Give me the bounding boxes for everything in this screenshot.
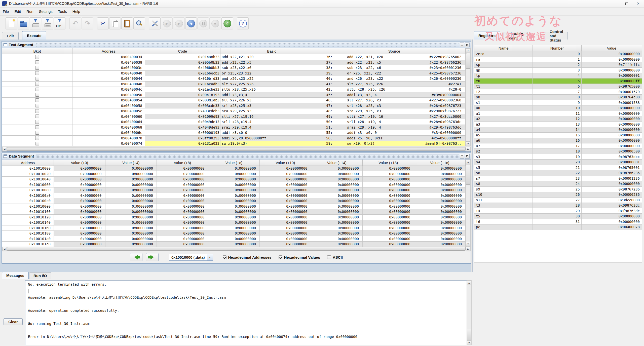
value-cell[interactable]: 0x00000000 <box>208 204 260 209</box>
value-cell[interactable]: 0x00000000 <box>208 171 260 177</box>
checkbox-hexadecimal-values[interactable]: Hexadecimal Values <box>279 255 320 259</box>
value-cell[interactable]: 0x00000000 <box>105 204 157 209</box>
copy-button[interactable] <box>109 17 121 29</box>
source-cell[interactable]: 46:sll x27, x26, x3#x27=0x00002360 <box>323 98 466 103</box>
value-cell[interactable]: 0x00000000 <box>157 166 208 171</box>
value-cell[interactable]: 0x00000000 <box>311 187 363 193</box>
value-cell[interactable]: 0x00000000 <box>363 231 414 236</box>
source-cell[interactable]: 41:slt x27, x25, x26#x27=1 <box>323 82 466 87</box>
minimize-icon[interactable]: — <box>609 0 621 8</box>
value-cell[interactable]: 0x00000000 <box>157 225 208 231</box>
source-cell[interactable]: 47:srl x28, x25, x3#x28=0x09876723 <box>323 103 466 108</box>
value-cell[interactable]: 0x00000000 <box>414 177 466 182</box>
breakpoint-checkbox[interactable] <box>35 120 39 124</box>
value-cell[interactable]: 0x00000000 <box>311 182 363 187</box>
data-segment-titlebar[interactable]: Data Segment <box>2 153 471 160</box>
menu-run[interactable]: Run <box>24 9 36 14</box>
source-cell[interactable]: 49:slli x27, x19, 16#x27=0x3dcc0000 <box>323 114 466 119</box>
value-cell[interactable]: 0x00000000 <box>105 198 157 204</box>
value-cell[interactable]: 0x00000000 <box>260 231 311 236</box>
value-cell[interactable]: 0x00000000 <box>105 231 157 236</box>
value-cell[interactable]: 0x00000000 <box>105 166 157 171</box>
value-cell[interactable]: 0x00000000 <box>105 187 157 193</box>
register-value-cell[interactable]: 0x00000000 <box>582 111 642 116</box>
value-cell[interactable]: 0x00000000 <box>105 242 157 247</box>
value-cell[interactable]: 0x00000000 <box>414 209 466 214</box>
tab-control-and-status[interactable]: Control and Status <box>545 32 568 40</box>
value-cell[interactable]: 0x00000000 <box>105 215 157 220</box>
tab-execute[interactable]: Execute <box>22 31 46 40</box>
value-cell[interactable]: 0x00000000 <box>311 242 363 247</box>
breakpoint-checkbox[interactable] <box>35 142 39 145</box>
memory-base-select[interactable]: 0x10010000 (.data) ▼ <box>169 254 213 261</box>
next-memory-button[interactable] <box>146 253 159 261</box>
value-cell[interactable]: 0x00000000 <box>54 215 105 220</box>
value-cell[interactable]: 0x00000000 <box>414 225 466 231</box>
register-value-cell[interactable]: 0x00000000 <box>582 116 642 122</box>
register-value-cell[interactable]: 0x00001579 <box>582 89 642 95</box>
value-cell[interactable]: 0x00000000 <box>54 231 105 236</box>
register-value-cell[interactable]: 0x3dcc0000 <box>582 198 642 203</box>
value-cell[interactable]: 0x00000000 <box>311 171 363 177</box>
breakpoint-checkbox[interactable] <box>35 109 39 113</box>
save-as-button[interactable] <box>42 17 53 29</box>
register-value-cell[interactable]: 0x7fffeffc <box>582 62 642 67</box>
source-cell[interactable]: 56:addi x5, x0, 0xFF#x5=0x000000ff <box>323 136 466 141</box>
value-cell[interactable]: 0x00000000 <box>157 182 208 187</box>
text-segment-vscrollbar[interactable]: ▲ ▼ <box>466 48 471 146</box>
breakpoint-checkbox[interactable] <box>35 98 39 102</box>
register-value-cell[interactable]: 0x00000500 <box>582 149 642 154</box>
cut-button[interactable]: ✂ <box>97 17 109 29</box>
value-cell[interactable]: 0x00000000 <box>208 177 260 182</box>
value-cell[interactable]: 0x00000000 <box>208 209 260 214</box>
save-file-button[interactable] <box>30 17 41 29</box>
breakpoint-checkbox[interactable] <box>35 114 39 118</box>
value-cell[interactable]: 0x00000000 <box>208 166 260 171</box>
frame-restore-icon[interactable] <box>460 154 464 159</box>
value-cell[interactable]: 0x00000000 <box>363 182 414 187</box>
breakpoint-checkbox[interactable] <box>35 77 39 81</box>
value-cell[interactable]: 0x00000000 <box>311 225 363 231</box>
value-cell[interactable]: 0x00000000 <box>363 236 414 242</box>
value-cell[interactable]: 0x00000000 <box>414 220 466 225</box>
register-value-cell[interactable]: 0x98765000 <box>582 84 642 89</box>
breakpoint-checkbox[interactable] <box>35 55 39 59</box>
source-cell[interactable]: 45:addi x3, x3, 4#x3=0x00000004 <box>323 92 466 98</box>
value-cell[interactable]: 0x00000000 <box>260 215 311 220</box>
checkbox-icon[interactable] <box>327 255 331 259</box>
run-go-button[interactable]: ▶ <box>161 17 173 29</box>
value-cell[interactable]: 0x00000000 <box>311 193 363 198</box>
messages-vscrollbar[interactable]: ▲ ▼ <box>467 280 472 345</box>
help-button[interactable]: ? <box>237 17 249 29</box>
value-cell[interactable]: 0x00000000 <box>311 209 363 214</box>
register-value-cell[interactable]: 0x00000000 <box>582 105 642 111</box>
close-icon[interactable]: × <box>632 0 644 8</box>
frame-maximize-icon[interactable] <box>465 43 470 47</box>
value-cell[interactable]: 0x00000000 <box>54 182 105 187</box>
redo-button[interactable]: ↷ <box>82 17 93 29</box>
maximize-icon[interactable] <box>621 0 632 8</box>
menu-help[interactable]: Help <box>70 9 83 14</box>
value-cell[interactable]: 0x00000000 <box>414 171 466 177</box>
messages-console[interactable]: Go: execution terminated with errors.Ass… <box>25 280 467 345</box>
value-cell[interactable]: 0x00000000 <box>260 177 311 182</box>
value-cell[interactable]: 0x00000000 <box>54 193 105 198</box>
source-cell[interactable]: 38:sub x23, x22, x6#x23=0x00001236 <box>323 65 466 70</box>
register-value-cell[interactable]: 0x98766236 <box>582 170 642 176</box>
value-cell[interactable]: 0x00000000 <box>157 177 208 182</box>
data-segment-hscrollbar[interactable]: ◀ ▶ <box>2 247 471 251</box>
value-cell[interactable]: 0x00000000 <box>105 209 157 214</box>
value-cell[interactable]: 0x00000000 <box>54 198 105 204</box>
register-value-cell[interactable]: 0x00000000 <box>582 133 642 138</box>
value-cell[interactable]: 0x00000000 <box>311 220 363 225</box>
register-value-cell[interactable]: 0x00000000 <box>582 181 642 186</box>
register-value-cell[interactable]: 0x00000000 <box>582 138 642 143</box>
value-cell[interactable]: 0x00000000 <box>260 236 311 242</box>
source-cell[interactable]: 55:addi x3, x0, 0#x3=0x00000000 <box>323 130 466 135</box>
value-cell[interactable]: 0x00000000 <box>157 231 208 236</box>
find-replace-button[interactable] <box>133 17 145 29</box>
value-cell[interactable]: 0x00000000 <box>208 231 260 236</box>
source-cell[interactable]: 51:srai x29, x19, 4#x29=0xf98763dc <box>323 125 466 130</box>
register-value-cell[interactable]: 0x000000ff <box>582 79 642 84</box>
source-cell[interactable]: 42:sltu x28, x25, x26#x28=0 <box>323 87 466 92</box>
